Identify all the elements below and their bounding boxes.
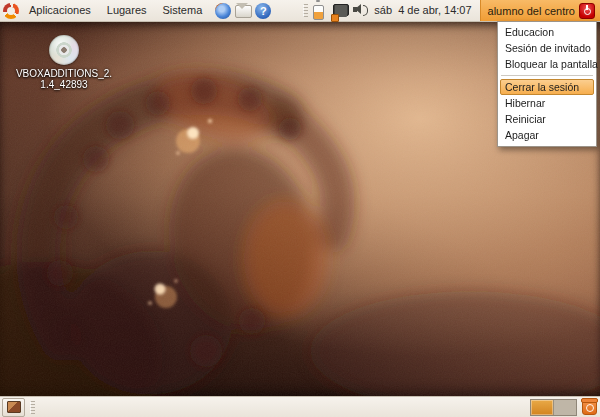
workspace-2[interactable] <box>553 400 576 415</box>
panel-grip-handle[interactable] <box>303 4 308 17</box>
mail-launcher-icon[interactable] <box>235 3 251 19</box>
display-indicator[interactable] <box>333 3 349 19</box>
menu-item-apagar[interactable]: Apagar <box>498 127 596 143</box>
help-launcher-icon[interactable]: ? <box>255 3 271 19</box>
desktop-icon-label-line2: 1.4_42893 <box>4 79 124 90</box>
top-panel: Aplicaciones Lugares Sistema ? sáb 4 de … <box>0 0 600 22</box>
battery-icon <box>313 5 324 20</box>
show-desktop-button[interactable] <box>2 398 25 417</box>
top-panel-right: sáb 4 de abr, 14:07 alumno del centro <box>300 0 600 21</box>
workspace-switcher <box>530 399 577 416</box>
window-list-grip-handle[interactable] <box>30 401 35 414</box>
show-desktop-icon <box>7 401 21 413</box>
menu-item-cerrar-sesion[interactable]: Cerrar la sesión <box>500 79 594 95</box>
mail-icon <box>235 5 252 18</box>
firefox-launcher-icon[interactable] <box>215 3 231 19</box>
user-menu-label: alumno del centro <box>488 5 575 17</box>
bottom-panel-right <box>530 397 600 417</box>
desktop-icon-label-line1: VBOXADDITIONS_2. <box>4 68 124 79</box>
clock-applet[interactable]: sáb 4 de abr, 14:07 <box>371 0 479 21</box>
bottom-panel <box>0 396 600 417</box>
cd-rom-icon <box>49 35 79 65</box>
volume-indicator[interactable] <box>353 3 369 19</box>
gnome-desktop-screen: Aplicaciones Lugares Sistema ? sáb 4 de … <box>0 0 600 417</box>
user-switcher-menu[interactable]: alumno del centro <box>480 0 600 21</box>
speaker-icon <box>353 4 368 17</box>
desktop-icon-label: VBOXADDITIONS_2. 1.4_42893 <box>4 68 124 90</box>
power-icon <box>579 3 595 19</box>
menu-item-sesion-invitado[interactable]: Sesión de invitado <box>498 40 596 56</box>
menu-item-bloquear-pantalla[interactable]: Bloquear la pantalla <box>498 56 596 72</box>
menu-item-educacion[interactable]: Educacion <box>498 24 596 40</box>
trash-icon[interactable] <box>582 399 597 415</box>
menu-aplicaciones[interactable]: Aplicaciones <box>21 0 99 21</box>
battery-indicator[interactable] <box>313 3 329 19</box>
desktop-icon-vboxadditions[interactable]: VBOXADDITIONS_2. 1.4_42893 <box>4 35 124 90</box>
menu-separator <box>501 75 593 76</box>
menu-item-reiniciar[interactable]: Reiniciar <box>498 111 596 127</box>
menu-lugares[interactable]: Lugares <box>99 0 155 21</box>
display-icon <box>333 4 349 16</box>
top-panel-left: Aplicaciones Lugares Sistema ? <box>0 0 273 21</box>
menu-item-hibernar[interactable]: Hibernar <box>498 95 596 111</box>
bottom-panel-left <box>0 397 38 417</box>
workspace-1-active[interactable] <box>531 400 553 415</box>
user-session-dropdown: Educacion Sesión de invitado Bloquear la… <box>497 21 597 147</box>
ubuntu-logo-icon[interactable] <box>3 3 19 19</box>
menu-sistema[interactable]: Sistema <box>155 0 211 21</box>
